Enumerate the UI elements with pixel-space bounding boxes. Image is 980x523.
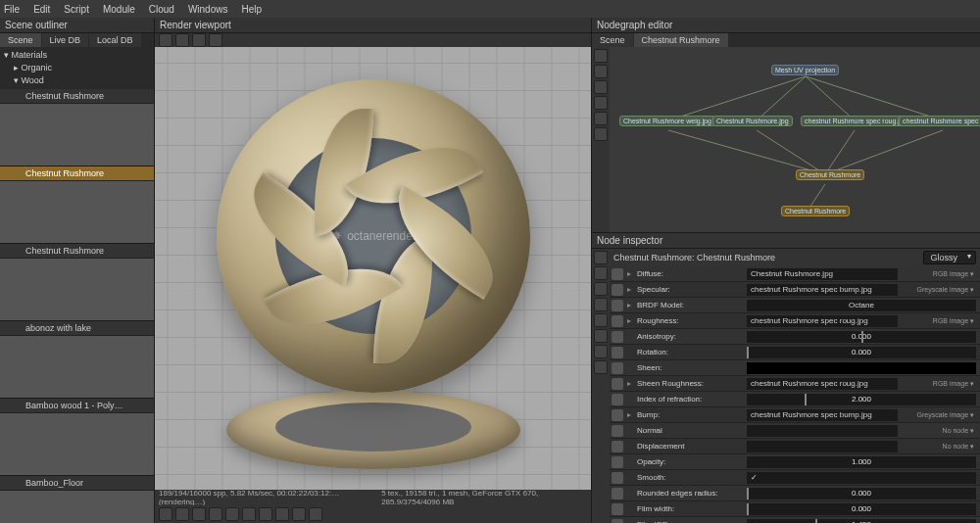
material-item-2[interactable]: Chestnut Rushmore <box>0 244 154 321</box>
vp-camera-icon[interactable] <box>225 507 239 521</box>
property-value[interactable] <box>747 425 898 437</box>
insp-tool-4-icon[interactable] <box>594 298 608 311</box>
material-item-0[interactable]: Chestnut Rushmore <box>0 89 154 166</box>
property-pin-icon[interactable] <box>612 347 623 358</box>
property-pin-icon[interactable] <box>612 456 623 468</box>
property-type-dropdown[interactable]: No node <box>900 427 978 435</box>
property-value[interactable]: Chestnut Rushmore.jpg <box>747 268 898 280</box>
vp-pause-icon[interactable] <box>175 507 189 521</box>
property-expand-arrow[interactable]: ▸ <box>627 316 637 325</box>
property-type-dropdown[interactable]: RGB image <box>900 317 978 325</box>
property-value[interactable] <box>747 441 898 452</box>
property-value[interactable]: 1.450 <box>747 519 976 524</box>
tab-livedb[interactable]: Live DB <box>42 33 89 47</box>
ng-tab-scene[interactable]: Scene <box>592 33 633 47</box>
property-value[interactable]: 0.000 <box>747 347 976 358</box>
inspector-type-dropdown[interactable]: Glossy <box>923 251 976 264</box>
tree-organic[interactable]: ▸ Organic <box>4 62 150 74</box>
property-expand-arrow[interactable]: ▸ <box>627 379 637 388</box>
insp-tool-3-icon[interactable] <box>594 282 608 296</box>
vp-tool-1[interactable] <box>159 33 172 47</box>
tree-root[interactable]: ▾ Materials <box>4 49 150 62</box>
tab-scene[interactable]: Scene <box>0 33 41 47</box>
property-expand-arrow[interactable]: ▸ <box>627 410 637 419</box>
menu-script[interactable]: Script <box>64 4 89 15</box>
menu-edit[interactable]: Edit <box>33 4 50 15</box>
property-type-dropdown[interactable]: Greyscale image <box>900 286 978 294</box>
ng-tool-fit-icon[interactable] <box>594 96 608 110</box>
property-type-dropdown[interactable]: RGB image <box>900 270 978 278</box>
vp-lock-icon[interactable] <box>242 507 256 521</box>
node-mesh-uv[interactable]: Mesh UV projection <box>771 65 839 75</box>
menu-file[interactable]: File <box>4 4 20 15</box>
node-tex-2[interactable]: chestnut Rushmore spec roug.jpg <box>801 116 911 126</box>
menu-cloud[interactable]: Cloud <box>149 4 174 15</box>
vp-restart-icon[interactable] <box>159 507 172 521</box>
property-value[interactable]: chestnut Rushmore spec roug.jpg <box>747 378 898 390</box>
tree-wood[interactable]: ▾ Wood <box>4 74 150 87</box>
insp-tool-5-icon[interactable] <box>594 313 608 327</box>
property-value[interactable]: 0.000 <box>747 503 976 515</box>
insp-tool-1-icon[interactable] <box>594 251 608 264</box>
property-pin-icon[interactable] <box>612 300 623 311</box>
property-expand-arrow[interactable]: ▸ <box>627 301 637 309</box>
property-expand-arrow[interactable]: ▸ <box>627 285 637 294</box>
property-value[interactable]: 0.000 <box>747 488 976 499</box>
property-type-dropdown[interactable]: Greyscale image <box>900 411 978 419</box>
material-item-1[interactable]: Chestnut Rushmore <box>0 166 154 244</box>
insp-tool-6-icon[interactable] <box>594 329 608 343</box>
vp-tool-4[interactable] <box>209 33 222 47</box>
property-value[interactable]: chestnut Rushmore spec bump.jpg <box>747 409 898 421</box>
insp-tool-7-icon[interactable] <box>594 345 608 358</box>
property-expand-arrow[interactable]: ▸ <box>627 269 637 278</box>
property-pin-icon[interactable] <box>612 284 623 296</box>
insp-tool-2-icon[interactable] <box>594 266 608 280</box>
property-pin-icon[interactable] <box>612 503 623 515</box>
menu-windows[interactable]: Windows <box>188 4 228 15</box>
property-value[interactable] <box>747 362 976 374</box>
property-pin-icon[interactable] <box>612 315 623 327</box>
material-item-5[interactable]: Bamboo_Floor <box>0 476 154 523</box>
node-material[interactable]: Chestnut Rushmore <box>796 169 864 180</box>
property-pin-icon[interactable] <box>612 268 623 280</box>
node-tex-0[interactable]: Chestnut Rushmore weig.jpg <box>619 116 715 126</box>
render-view[interactable]: octanerender <box>155 47 591 490</box>
nodegraph-canvas[interactable]: Mesh UV projection Chestnut Rushmore wei… <box>610 47 980 232</box>
property-type-dropdown[interactable]: RGB image <box>900 380 978 388</box>
vp-focus-icon[interactable] <box>275 507 289 521</box>
ng-tool-layout-icon[interactable] <box>594 112 608 125</box>
menu-module[interactable]: Module <box>103 4 135 15</box>
node-output[interactable]: Chestnut Rushmore <box>781 206 850 216</box>
ng-tab-material[interactable]: Chestnut Rushmore <box>634 33 728 47</box>
property-pin-icon[interactable] <box>612 362 623 374</box>
property-value[interactable]: 2.000 <box>747 394 976 405</box>
ng-tool-group-icon[interactable] <box>594 127 608 141</box>
vp-save-icon[interactable] <box>209 507 222 521</box>
property-value[interactable] <box>747 472 976 484</box>
material-item-4[interactable]: Bamboo wood 1 - Poly… <box>0 399 154 476</box>
property-pin-icon[interactable] <box>612 519 623 524</box>
vp-region-icon[interactable] <box>259 507 272 521</box>
insp-tool-8-icon[interactable] <box>594 360 608 374</box>
vp-tool-2[interactable] <box>175 33 189 47</box>
vp-info-icon[interactable] <box>309 507 322 521</box>
property-pin-icon[interactable] <box>612 488 623 499</box>
property-pin-icon[interactable] <box>612 409 623 421</box>
ng-tool-select-icon[interactable] <box>594 49 608 63</box>
property-pin-icon[interactable] <box>612 378 623 390</box>
property-value[interactable]: 1.000 <box>747 456 976 468</box>
material-item-3[interactable]: abonoz with lake <box>0 321 154 399</box>
vp-tool-3[interactable] <box>192 33 206 47</box>
menu-help[interactable]: Help <box>241 4 262 15</box>
ng-tool-pan-icon[interactable] <box>594 65 608 78</box>
node-tex-1[interactable]: Chestnut Rushmore.jpg <box>712 116 793 126</box>
ng-tool-zoom-icon[interactable] <box>594 80 608 94</box>
property-type-dropdown[interactable]: No node <box>900 443 978 451</box>
property-pin-icon[interactable] <box>612 331 623 343</box>
property-value[interactable]: chestnut Rushmore spec roug.jpg <box>747 315 898 327</box>
tab-localdb[interactable]: Local DB <box>89 33 141 47</box>
node-tex-3[interactable]: chestnut Rushmore spec bump.jpg <box>899 116 980 126</box>
property-pin-icon[interactable] <box>612 441 623 452</box>
vp-stop-icon[interactable] <box>192 507 206 521</box>
vp-pick-icon[interactable] <box>292 507 306 521</box>
